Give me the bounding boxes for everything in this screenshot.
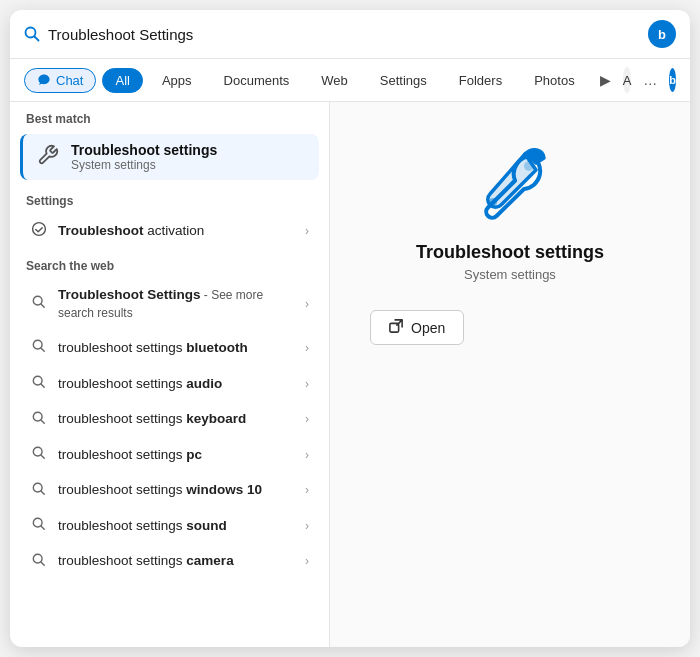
search-input[interactable] [48,26,640,43]
best-match-subtitle: System settings [71,158,217,172]
open-button[interactable]: Open [370,310,464,345]
svg-point-2 [33,223,46,236]
search-web-icon-3 [30,375,48,392]
filter-chip-documents[interactable]: Documents [211,68,303,93]
chevron-icon-6: › [305,483,309,497]
chevron-icon-1: › [305,297,309,311]
filter-letter-a[interactable]: A [623,67,632,93]
circle-check-icon [30,221,48,240]
svg-line-4 [41,304,44,307]
best-match-label: Best match [10,102,329,130]
right-panel: Troubleshoot settings System settings Op… [330,102,690,647]
filter-bar: Chat All Apps Documents Web Settings Fol… [10,59,690,102]
filter-chip-settings[interactable]: Settings [367,68,440,93]
svg-line-18 [41,562,44,565]
right-panel-title: Troubleshoot settings [416,242,604,263]
svg-line-16 [41,526,44,529]
search-web-icon-8 [30,553,48,570]
search-window: b Chat All Apps Documents Web Settings F… [10,10,690,647]
search-bar: b [10,10,690,59]
troubleshoot-label: Troubleshoot [58,223,144,238]
web-label: Web [321,73,348,88]
web-item-text-7: troubleshoot settings sound [58,517,295,535]
chevron-icon-4: › [305,412,309,426]
apps-label: Apps [162,73,192,88]
wrench-icon-small [37,144,59,171]
chevron-icon-7: › [305,519,309,533]
svg-line-10 [41,420,44,423]
settings-label: Settings [380,73,427,88]
filter-ellipsis[interactable]: … [637,68,663,92]
troubleshoot-activation-text: Troubleshoot activation [58,222,295,240]
web-item-text-8: troubleshoot settings camera [58,552,295,570]
wrench-icon-large [470,142,550,226]
search-web-icon-7 [30,517,48,534]
web-item-sound[interactable]: troubleshoot settings sound › [16,508,323,544]
web-item-text-3: troubleshoot settings audio [58,375,295,393]
svg-line-12 [41,455,44,458]
external-link-icon [389,319,403,336]
chevron-icon: › [305,224,309,238]
chevron-icon-2: › [305,341,309,355]
bing-icon[interactable]: b [648,20,676,48]
svg-point-20 [489,198,497,206]
documents-label: Documents [224,73,290,88]
photos-label: Photos [534,73,574,88]
filter-chip-chat[interactable]: Chat [24,68,96,93]
chevron-icon-8: › [305,554,309,568]
search-icon [24,26,40,42]
web-item-text-2: troubleshoot settings bluetooth [58,339,295,357]
search-web-label: Search the web [10,249,329,277]
right-panel-subtitle: System settings [464,267,556,282]
troubleshoot-activation-item[interactable]: Troubleshoot activation › [16,212,323,249]
chevron-icon-3: › [305,377,309,391]
left-panel: Best match Troubleshoot settings System … [10,102,330,647]
search-web-icon-5 [30,446,48,463]
search-web-icon-6 [30,482,48,499]
web-item-text-5: troubleshoot settings pc [58,446,295,464]
web-item-keyboard[interactable]: troubleshoot settings keyboard › [16,401,323,437]
main-content: Best match Troubleshoot settings System … [10,102,690,647]
filter-chip-apps[interactable]: Apps [149,68,205,93]
filter-chip-web[interactable]: Web [308,68,361,93]
best-match-title: Troubleshoot settings [71,142,217,158]
svg-line-1 [35,37,39,41]
bing-filter-icon[interactable]: b [669,68,676,92]
web-item-text-1: Troubleshoot Settings - See more search … [58,286,295,321]
web-item-pc[interactable]: troubleshoot settings pc › [16,437,323,473]
search-web-icon-4 [30,411,48,428]
search-bar-actions: b [648,20,676,48]
filter-chip-folders[interactable]: Folders [446,68,515,93]
svg-line-8 [41,384,44,387]
chat-label: Chat [56,73,83,88]
best-match-text: Troubleshoot settings System settings [71,142,217,172]
folders-label: Folders [459,73,502,88]
web-item-camera[interactable]: troubleshoot settings camera › [16,543,323,579]
web-item-troubleshoot-settings[interactable]: Troubleshoot Settings - See more search … [16,277,323,330]
web-item-text-6: troubleshoot settings windows 10 [58,481,295,499]
chevron-icon-5: › [305,448,309,462]
web-item-text-4: troubleshoot settings keyboard [58,410,295,428]
settings-section-label: Settings [10,184,329,212]
filter-chip-photos[interactable]: Photos [521,68,587,93]
all-label: All [115,73,129,88]
search-web-icon-2 [30,339,48,356]
filter-chip-all[interactable]: All [102,68,142,93]
open-label: Open [411,320,445,336]
web-item-windows10[interactable]: troubleshoot settings windows 10 › [16,472,323,508]
filter-more-button[interactable]: ▶ [594,68,617,92]
search-web-icon-1 [30,295,48,312]
web-item-audio[interactable]: troubleshoot settings audio › [16,366,323,402]
web-item-bluetooth[interactable]: troubleshoot settings bluetooth › [16,330,323,366]
svg-line-6 [41,349,44,352]
svg-line-14 [41,491,44,494]
best-match-item[interactable]: Troubleshoot settings System settings [20,134,319,180]
